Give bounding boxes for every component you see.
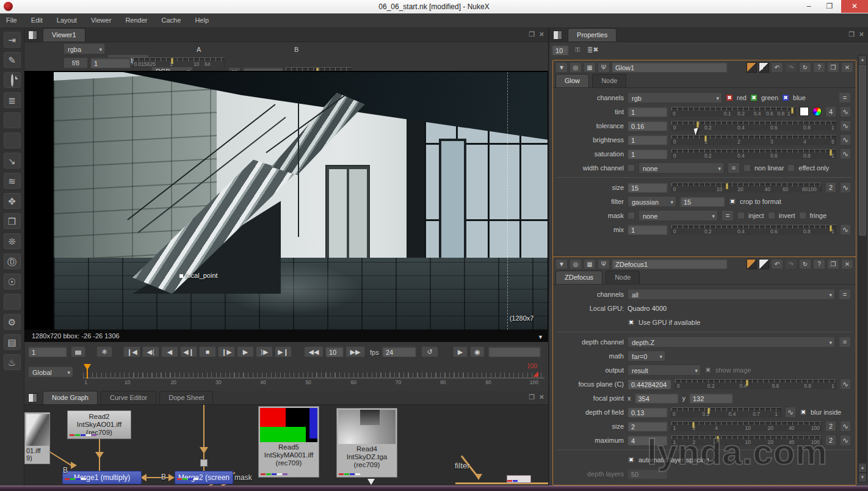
saturation-field[interactable]: 1: [627, 148, 668, 159]
gain-field[interactable]: 1: [90, 57, 131, 68]
tolerance-curve-icon[interactable]: ∿: [840, 120, 851, 131]
metadata-icon[interactable]: ⚙: [4, 314, 21, 330]
size-curve-icon[interactable]: ∿: [840, 182, 851, 193]
undo-icon[interactable]: ↶: [771, 259, 783, 269]
collapse-icon[interactable]: ▼: [555, 62, 568, 73]
scroll-up-button[interactable]: ▲: [859, 56, 866, 64]
saturation-curve-icon[interactable]: ∿: [840, 148, 851, 159]
tab-zdefocus-node[interactable]: Node: [606, 271, 640, 284]
fringe-checkbox[interactable]: [799, 212, 806, 219]
show-image-checkbox[interactable]: [704, 366, 712, 374]
undo-icon[interactable]: ↶: [771, 62, 783, 73]
redo-icon[interactable]: ↷: [785, 62, 797, 73]
filter-size-field[interactable]: 15: [680, 196, 725, 207]
tag-icon[interactable]: [4, 294, 21, 310]
zd-size-slider[interactable]: 124102040100: [671, 421, 822, 431]
dof-field[interactable]: 0.13: [627, 407, 668, 418]
tolerance-field[interactable]: 0.16: [627, 120, 668, 131]
panel-menu-icon[interactable]: [28, 31, 37, 40]
menu-layout[interactable]: Layout: [51, 13, 83, 27]
maximum-curve-icon[interactable]: ∿: [840, 435, 851, 446]
play-forward-button[interactable]: ▶: [237, 346, 254, 357]
go-start-button[interactable]: ❙◀: [123, 346, 140, 357]
step-back-button[interactable]: ◀❙: [180, 346, 197, 357]
transform-icon[interactable]: ✥: [4, 193, 21, 209]
depth-channel-dropdown[interactable]: depth.Z: [627, 336, 835, 347]
inject-checkbox[interactable]: [737, 212, 745, 219]
gain-slider[interactable]: 0.01562511064: [133, 57, 225, 67]
info-expand-icon[interactable]: ▼: [538, 331, 543, 343]
help-icon[interactable]: ?: [813, 259, 825, 269]
depth-layers-field[interactable]: 50: [627, 468, 668, 479]
viewer-canvas[interactable]: focal_point (1280x7: [24, 71, 548, 330]
size-mult-button[interactable]: 2: [825, 182, 836, 193]
color-picker-icon[interactable]: Ψ: [598, 259, 610, 269]
close-panel-icon[interactable]: ✕: [859, 31, 864, 38]
menu-render[interactable]: Render: [119, 13, 153, 27]
3d-icon[interactable]: ❒: [4, 213, 21, 229]
use-gpu-checkbox[interactable]: [627, 319, 635, 326]
width-link-button[interactable]: =: [728, 162, 740, 173]
scrollbar-thumb[interactable]: [859, 65, 866, 236]
loop-mode-icon[interactable]: ↺: [421, 346, 438, 357]
zd-channels-link-button[interactable]: =: [839, 289, 851, 300]
views-icon[interactable]: ☉: [4, 274, 21, 289]
tab-properties[interactable]: Properties: [568, 28, 617, 42]
tab-zdefocus[interactable]: ZDefocus: [555, 271, 602, 284]
draw-icon[interactable]: ✎: [4, 52, 21, 68]
maximum-field[interactable]: 4: [627, 435, 668, 446]
tint-slider[interactable]: 00.10.20.40.60.81: [671, 107, 796, 117]
float-panel-icon[interactable]: ❐: [529, 31, 535, 38]
float-node-panel-icon[interactable]: ❐: [827, 259, 839, 269]
furnace-icon[interactable]: ♨: [4, 354, 21, 370]
node-color-swatch[interactable]: [747, 62, 757, 73]
playhead-marker[interactable]: [84, 364, 91, 370]
menu-help[interactable]: Help: [189, 13, 215, 27]
lock-panels-icon[interactable]: ⚿: [575, 46, 580, 54]
menu-edit[interactable]: Edit: [25, 13, 49, 27]
channel-icon[interactable]: ≣: [4, 92, 21, 108]
image-read-icon[interactable]: ⇥: [4, 32, 21, 48]
size-slider[interactable]: 01020406080100: [671, 183, 822, 192]
size-field[interactable]: 15: [627, 182, 668, 193]
color-wheel-icon[interactable]: [812, 107, 822, 116]
width-channel-checkbox[interactable]: [627, 164, 635, 172]
play-backward-button[interactable]: ◀: [161, 346, 178, 357]
node-read-partial[interactable]: 01.iff9): [24, 412, 50, 464]
maximum-mult-button[interactable]: 2: [825, 435, 836, 446]
panel-limit-field[interactable]: 10: [552, 45, 569, 56]
dof-curve-icon[interactable]: ∿: [785, 407, 796, 418]
tab-glow[interactable]: Glow: [555, 74, 589, 87]
filter-dropdown[interactable]: gaussian: [627, 196, 676, 207]
scroll-up-button-2[interactable]: ▲: [859, 464, 866, 472]
close-panel-icon[interactable]: ✕: [539, 31, 544, 38]
stop-button[interactable]: ■: [199, 346, 216, 357]
center-node-icon[interactable]: ◎: [570, 259, 582, 269]
tint-color-swatch[interactable]: [800, 107, 809, 116]
node-display-icon[interactable]: ▦: [584, 62, 596, 73]
next-keyframe-button[interactable]: ⟩▶: [256, 346, 273, 357]
zd-size-field[interactable]: 2: [627, 421, 668, 432]
float-panel-icon[interactable]: ❐: [848, 31, 855, 38]
float-panel-icon[interactable]: ❐: [529, 393, 535, 401]
tab-curve-editor[interactable]: Curve Editor: [101, 391, 156, 404]
panel-color-swatch[interactable]: [759, 259, 769, 269]
time-icon[interactable]: [4, 72, 21, 88]
close-node-panel-icon[interactable]: ✕: [841, 259, 853, 269]
tab-node-graph[interactable]: Node Graph: [43, 391, 98, 404]
particles-icon[interactable]: ❊: [4, 233, 21, 249]
mask-link-button[interactable]: =: [722, 210, 734, 221]
freeze-icon[interactable]: ❄: [96, 346, 112, 357]
float-node-panel-icon[interactable]: ❐: [827, 62, 839, 73]
center-node-icon[interactable]: ◎: [570, 62, 582, 73]
green-checkbox[interactable]: [750, 94, 758, 101]
tint-curve-icon[interactable]: ∿: [840, 106, 851, 117]
panel-color-swatch[interactable]: [759, 62, 769, 73]
blur-inside-checkbox[interactable]: [800, 409, 807, 416]
width-channel-dropdown[interactable]: none: [638, 162, 724, 173]
tint-slider-thumb[interactable]: [791, 107, 794, 114]
tint-multi-button[interactable]: 4: [825, 106, 836, 117]
zd-size-curve-icon[interactable]: ∿: [840, 421, 851, 432]
auto-spacing-checkbox[interactable]: [627, 456, 635, 464]
blue-checkbox[interactable]: [782, 94, 789, 101]
